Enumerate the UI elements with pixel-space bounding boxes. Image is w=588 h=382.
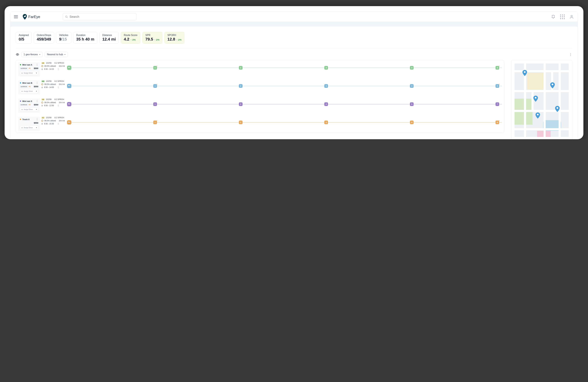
assign-driver-select[interactable]: Assign Driver ▾ <box>20 107 38 111</box>
route-tag: NARROW <box>20 67 28 69</box>
route-stop[interactable]: 5 <box>496 84 499 88</box>
route-color-dot <box>20 119 21 120</box>
route-score: 3.8 <box>41 98 45 100</box>
route-stop[interactable]: 4 <box>410 66 414 70</box>
chevron-down-icon: ▾ <box>64 53 65 56</box>
route-stop[interactable]: 2 <box>239 121 243 124</box>
filter-bar: 1 geo-fences ▾ Nearest to hub ▾ ⋮ <box>16 48 572 60</box>
route-stop[interactable]: 5 <box>496 66 499 70</box>
kpi-label: Route Score <box>124 34 137 37</box>
map-pin[interactable] <box>555 106 560 112</box>
kpi-card: Route Score 4.2↑ 2% <box>121 32 140 44</box>
route-card[interactable]: Mini van A ⋮ NARROW+1 $500 Assign Driver… <box>18 62 40 76</box>
map-pin[interactable] <box>535 113 540 118</box>
utilisation-icon <box>41 101 44 104</box>
utilised: 99.5% utilised <box>44 101 56 104</box>
sort-label: Nearest to hub <box>47 53 63 56</box>
route-color-dot <box>20 100 21 102</box>
kpi-label: SPORH <box>167 34 181 37</box>
assign-driver-select[interactable]: Assign Driver ▾ <box>20 89 38 93</box>
apps-grid-icon[interactable] <box>560 14 565 19</box>
kpi-label: SPR <box>145 34 159 37</box>
route-stop[interactable]: 4 <box>410 121 414 124</box>
route-cost: $550 <box>34 85 38 88</box>
route-more-icon[interactable]: ⋮ <box>36 118 38 121</box>
route-stop[interactable]: 5 <box>496 121 499 124</box>
visibility-icon[interactable] <box>16 53 19 56</box>
user-icon <box>21 72 23 74</box>
map-pin[interactable] <box>523 70 527 76</box>
sort-filter[interactable]: Nearest to hub ▾ <box>45 52 68 57</box>
assign-driver-select[interactable]: Assign Driver ▾ <box>20 71 38 75</box>
clock-icon: ◷ <box>41 68 43 70</box>
kpi-value: 12.8↑ 2% <box>167 37 181 42</box>
search-input[interactable] <box>69 15 134 19</box>
svg-point-23 <box>524 71 526 73</box>
menu-icon[interactable] <box>14 15 18 18</box>
route-name: Mini van X <box>22 100 32 102</box>
orders-stops: 102/56 <box>46 116 52 119</box>
map[interactable] <box>514 63 569 137</box>
route-more-icon[interactable]: ⋮ <box>36 100 38 102</box>
notifications-icon[interactable] <box>551 14 556 19</box>
svg-point-12 <box>22 109 22 109</box>
route-metrics: 3.2 102/56· 8.2 SPROH 99.5% utilised· 24… <box>41 116 66 126</box>
route-time: 9:30 - 12:50 <box>44 104 54 107</box>
svg-point-4 <box>571 15 572 17</box>
route-time: 9:30 - 14:20 <box>44 68 54 70</box>
route-card[interactable]: Mini van X ⋮ NARROW+1 $550 Assign Driver… <box>18 98 40 113</box>
sproh: 8.2 SPROH <box>55 80 64 82</box>
route-start-icon <box>67 120 71 125</box>
route-distance: 24.4 mi <box>59 83 65 85</box>
clock-icon: ◷ <box>41 86 43 88</box>
user-icon <box>21 90 23 92</box>
route-stop[interactable]: 7 <box>496 102 499 106</box>
kpi-card: Orders/Stops 459/349 <box>34 32 54 44</box>
meal-icon: 🍴 <box>57 123 60 125</box>
map-pin[interactable] <box>550 82 555 88</box>
route-row: Mini van A ⋮ NARROW+1 $500 Assign Driver… <box>16 60 504 78</box>
assign-driver-label: Assign Driver <box>24 72 33 74</box>
route-stop[interactable]: 5 <box>410 102 414 106</box>
route-stop[interactable]: 3 <box>239 102 243 106</box>
search-icon <box>65 15 68 18</box>
more-options-icon[interactable]: ⋮ <box>569 53 572 56</box>
utilisation-icon <box>41 65 44 67</box>
kpi-label: Assigned <box>19 34 29 37</box>
route-stop[interactable]: 2 <box>239 84 243 88</box>
route-more-icon[interactable]: ⋮ <box>36 82 38 84</box>
search-box[interactable] <box>63 13 136 20</box>
kpi-value: 79.5↑ 2% <box>145 37 159 42</box>
route-stop[interactable]: 4 <box>410 84 414 88</box>
profile-icon[interactable] <box>569 14 574 19</box>
utilisation-icon <box>41 119 44 122</box>
svg-point-11 <box>69 86 70 87</box>
kpi-card: Duration 35 h 40 m <box>73 32 97 44</box>
route-stop[interactable]: 1 <box>153 102 157 106</box>
route-stop[interactable]: 4 <box>324 102 328 106</box>
route-distance: 24.4 mi <box>59 65 65 67</box>
route-timeline: 1 2 3 4 5 <box>67 62 502 70</box>
route-card[interactable]: Mini van B ⋮ NARROW+1 $550 Assign Driver… <box>18 80 40 95</box>
assign-driver-label: Assign Driver <box>24 109 33 110</box>
route-stop[interactable]: 1 <box>153 121 157 124</box>
topbar: FarEye <box>10 12 578 22</box>
kpi-value: 12.4 mi <box>102 37 116 42</box>
map-pin[interactable] <box>533 96 538 102</box>
route-stop[interactable]: 1 <box>153 66 157 70</box>
kpi-label: Distance <box>102 34 116 37</box>
route-stop[interactable]: 2 <box>239 66 243 70</box>
svg-point-27 <box>537 114 539 115</box>
kpi-card: Distance 12.4 mi <box>99 32 119 44</box>
route-card[interactable]: Truck X ⋮ $550 Assign Driver ▾ <box>18 116 40 131</box>
geofence-filter[interactable]: 1 geo-fences ▾ <box>21 52 42 57</box>
route-stop[interactable]: 3 <box>324 84 328 88</box>
clock-icon: ◷ <box>41 104 43 107</box>
route-stop[interactable]: 3 <box>324 66 328 70</box>
route-more-icon[interactable]: ⋮ <box>36 63 38 66</box>
route-stop[interactable]: 3 <box>324 121 328 124</box>
clock-icon: ◷ <box>41 123 43 125</box>
route-score: 4.8 <box>41 80 45 82</box>
route-stop[interactable]: 1 <box>153 84 157 88</box>
assign-driver-select[interactable]: Assign Driver ▾ <box>20 126 38 130</box>
